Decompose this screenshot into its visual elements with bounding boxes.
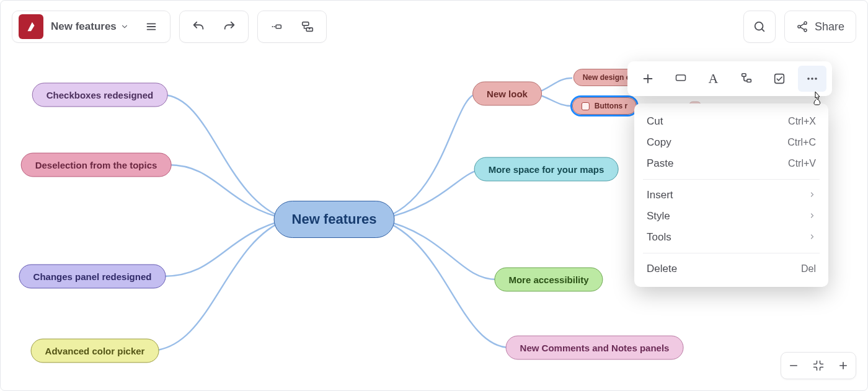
undo-icon bbox=[192, 20, 205, 33]
ctx-label: Copy bbox=[647, 136, 671, 149]
frame-button[interactable] bbox=[666, 66, 695, 92]
svg-point-7 bbox=[798, 25, 800, 28]
svg-rect-2 bbox=[276, 25, 281, 29]
svg-rect-3 bbox=[303, 22, 309, 26]
top-toolbar: New features bbox=[12, 11, 856, 43]
right-node[interactable]: More space for your maps bbox=[474, 157, 619, 182]
separator bbox=[643, 179, 820, 180]
ctx-copy[interactable]: Copy Ctrl+C bbox=[634, 132, 828, 153]
svg-rect-11 bbox=[746, 79, 750, 82]
text-format-icon: A bbox=[709, 71, 719, 87]
ctx-label: Tools bbox=[647, 231, 671, 244]
left-node[interactable]: Changes panel redesigned bbox=[19, 265, 166, 289]
redo-button[interactable] bbox=[215, 14, 244, 40]
chevron-right-icon bbox=[808, 231, 816, 244]
svg-point-13 bbox=[807, 77, 810, 80]
child-node-selected[interactable]: Buttons r bbox=[572, 97, 637, 115]
minus-icon bbox=[788, 360, 799, 371]
undo-redo-group bbox=[179, 11, 249, 43]
svg-rect-12 bbox=[774, 74, 784, 84]
ctx-shortcut: Ctrl+X bbox=[788, 116, 816, 127]
ellipsis-icon bbox=[805, 71, 820, 86]
node-floating-toolbar: A bbox=[627, 61, 832, 96]
checkbox-icon bbox=[582, 102, 590, 110]
ctx-tools[interactable]: Tools bbox=[634, 227, 828, 248]
node-label: Changes panel redesigned bbox=[33, 271, 152, 282]
plus-icon bbox=[641, 72, 655, 86]
logo-icon bbox=[24, 20, 38, 33]
ctx-insert[interactable]: Insert bbox=[634, 185, 828, 206]
svg-point-1 bbox=[273, 26, 275, 27]
node-label: Buttons r bbox=[595, 102, 627, 110]
ctx-style[interactable]: Style bbox=[634, 206, 828, 227]
format-button[interactable]: A bbox=[699, 66, 728, 92]
node-label: New design c bbox=[583, 73, 631, 82]
node-label: Deselection from the topics bbox=[35, 160, 157, 170]
left-node[interactable]: Advanced color picker bbox=[31, 339, 159, 363]
checkbox-button[interactable] bbox=[765, 66, 794, 92]
svg-point-14 bbox=[811, 77, 813, 80]
undo-button[interactable] bbox=[184, 14, 213, 40]
ctx-shortcut: Ctrl+V bbox=[788, 158, 816, 169]
node-label: New look bbox=[487, 89, 528, 99]
node-label: New Comments and Notes panels bbox=[520, 343, 670, 353]
center-node-label: New features bbox=[292, 211, 377, 227]
center-node[interactable]: New features bbox=[274, 201, 395, 238]
hamburger-menu-button[interactable] bbox=[136, 14, 166, 40]
insert-node-button[interactable] bbox=[262, 14, 291, 40]
share-button[interactable]: Share bbox=[784, 11, 856, 43]
node-label: More space for your maps bbox=[489, 164, 604, 175]
add-button[interactable] bbox=[634, 66, 662, 92]
right-node[interactable]: More accessibility bbox=[494, 268, 603, 292]
document-title-dropdown[interactable]: New features bbox=[45, 14, 135, 39]
search-icon bbox=[753, 20, 766, 33]
collapse-icon bbox=[812, 359, 825, 372]
ctx-cut[interactable]: Cut Ctrl+X bbox=[634, 111, 828, 132]
insert-subnode-button[interactable] bbox=[293, 14, 322, 40]
svg-point-8 bbox=[804, 29, 807, 32]
pointer-cursor-icon bbox=[811, 90, 823, 108]
layout-group bbox=[257, 11, 327, 43]
document-title: New features bbox=[51, 20, 117, 33]
right-node[interactable]: New Comments and Notes panels bbox=[506, 336, 684, 360]
left-node[interactable]: Deselection from the topics bbox=[21, 153, 172, 177]
search-button[interactable] bbox=[743, 11, 776, 43]
node-label: Checkboxes redesigned bbox=[46, 90, 154, 100]
svg-rect-10 bbox=[742, 74, 745, 77]
ctx-shortcut: Ctrl+C bbox=[787, 137, 816, 148]
ctx-shortcut: Del bbox=[801, 263, 816, 275]
zoom-in-button[interactable] bbox=[833, 355, 854, 376]
ctx-delete[interactable]: Delete Del bbox=[634, 258, 828, 279]
left-node[interactable]: Checkboxes redesigned bbox=[32, 83, 168, 107]
tree-icon bbox=[740, 72, 753, 86]
menu-icon bbox=[144, 20, 158, 33]
svg-point-0 bbox=[272, 26, 273, 27]
app-logo[interactable] bbox=[19, 14, 43, 39]
plus-icon bbox=[838, 360, 849, 371]
insert-subnode-icon bbox=[301, 20, 314, 33]
svg-rect-9 bbox=[676, 75, 685, 81]
separator bbox=[643, 253, 820, 253]
ctx-label: Paste bbox=[647, 157, 673, 170]
svg-point-6 bbox=[804, 22, 807, 24]
insert-node-icon bbox=[270, 20, 283, 33]
node-label: More accessibility bbox=[508, 275, 588, 285]
node-label: Advanced color picker bbox=[45, 346, 145, 356]
structure-button[interactable] bbox=[732, 66, 761, 92]
ctx-label: Delete bbox=[647, 263, 677, 275]
fit-view-button[interactable] bbox=[808, 355, 829, 376]
ctx-paste[interactable]: Paste Ctrl+V bbox=[634, 153, 828, 174]
chevron-right-icon bbox=[808, 189, 816, 201]
chevron-down-icon bbox=[120, 22, 129, 31]
checkbox-checked-icon bbox=[773, 72, 786, 86]
share-label: Share bbox=[815, 20, 844, 33]
ctx-label: Style bbox=[647, 210, 670, 222]
zoom-out-button[interactable] bbox=[783, 355, 804, 376]
ctx-label: Cut bbox=[647, 115, 663, 128]
title-group: New features bbox=[12, 11, 170, 43]
ctx-label: Insert bbox=[647, 189, 673, 201]
context-menu: Cut Ctrl+X Copy Ctrl+C Paste Ctrl+V Inse… bbox=[634, 103, 828, 287]
right-node[interactable]: New look bbox=[472, 82, 542, 106]
more-button[interactable] bbox=[798, 66, 826, 92]
chevron-right-icon bbox=[808, 210, 816, 222]
